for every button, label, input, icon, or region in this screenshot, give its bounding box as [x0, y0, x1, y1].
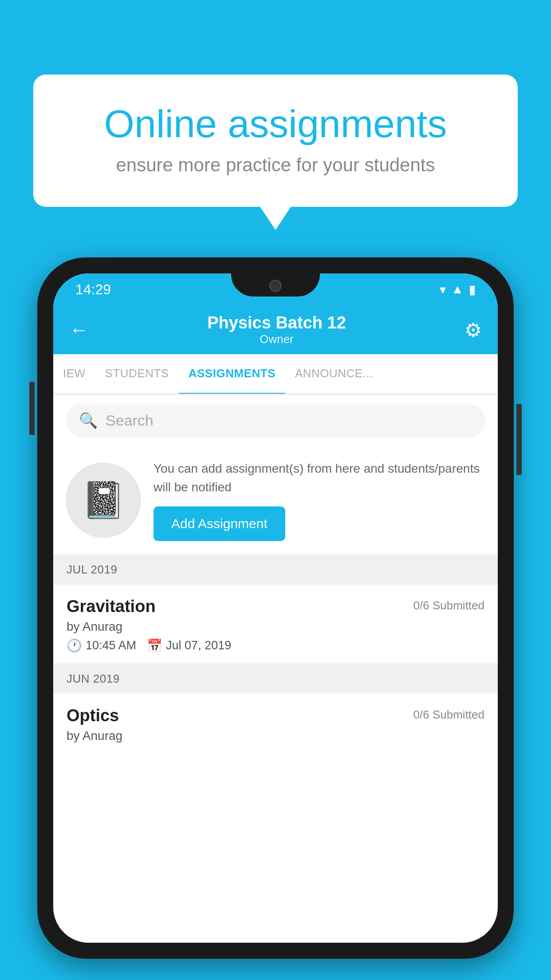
meta-date: 📅 Jul 07, 2019 — [147, 638, 231, 653]
tabs-bar: IEW STUDENTS ASSIGNMENTS ANNOUNCE... — [53, 354, 498, 395]
assignment-by: by Anurag — [67, 620, 484, 634]
assignment-gravitation[interactable]: Gravitation 0/6 Submitted by Anurag 🕐 10… — [53, 585, 498, 664]
signal-icon: ▲ — [451, 282, 464, 296]
section-jul-2019: JUL 2019 — [53, 555, 498, 585]
app-header: ← Physics Batch 12 Owner ⚙ — [53, 305, 498, 354]
phone-frame: 14:29 ▾ ▲ ▮ ← Physics Batch 12 Owner ⚙ I… — [37, 257, 514, 959]
tab-assignments[interactable]: ASSIGNMENTS — [179, 354, 285, 395]
search-input[interactable]: Search — [106, 412, 153, 429]
optics-by: by Anurag — [67, 729, 484, 743]
settings-button[interactable]: ⚙ — [464, 319, 482, 341]
tab-iew[interactable]: IEW — [53, 354, 95, 394]
tab-announcements[interactable]: ANNOUNCE... — [285, 354, 383, 394]
notch-camera — [269, 280, 282, 292]
phone-notch — [231, 273, 320, 296]
info-text-area: You can add assignment(s) from here and … — [153, 459, 485, 541]
assignment-name: Gravitation — [67, 597, 156, 616]
search-bar-container: 🔍 Search — [53, 395, 498, 446]
add-assignment-button[interactable]: Add Assignment — [153, 506, 285, 541]
optics-name: Optics — [67, 706, 119, 725]
meta-time: 🕐 10:45 AM — [67, 638, 136, 653]
batch-subtitle: Owner — [207, 332, 346, 346]
assignment-optics[interactable]: Optics 0/6 Submitted by Anurag — [53, 694, 498, 752]
info-card: 📓 You can add assignment(s) from here an… — [53, 446, 498, 555]
wifi-icon: ▾ — [440, 282, 446, 297]
assignment-meta: 🕐 10:45 AM 📅 Jul 07, 2019 — [67, 638, 484, 653]
clock-icon: 🕐 — [67, 638, 82, 653]
batch-title: Physics Batch 12 — [207, 313, 346, 332]
status-time: 14:29 — [75, 281, 111, 298]
bubble-title: Online assignments — [69, 101, 482, 146]
assignment-date: Jul 07, 2019 — [166, 639, 231, 652]
search-icon: 🔍 — [79, 411, 98, 429]
calendar-icon: 📅 — [147, 638, 162, 653]
search-input-wrap[interactable]: 🔍 Search — [66, 403, 485, 437]
tab-students[interactable]: STUDENTS — [95, 354, 179, 394]
phone-container: 14:29 ▾ ▲ ▮ ← Physics Batch 12 Owner ⚙ I… — [37, 257, 514, 959]
back-button[interactable]: ← — [69, 319, 89, 341]
notebook-icon: 📓 — [81, 479, 126, 521]
speech-bubble: Online assignments ensure more practice … — [33, 75, 518, 207]
assignment-submitted: 0/6 Submitted — [413, 599, 484, 612]
info-description: You can add assignment(s) from here and … — [153, 459, 485, 497]
assignment-time: 10:45 AM — [86, 639, 136, 652]
assignment-top-row: Gravitation 0/6 Submitted — [67, 597, 484, 616]
phone-screen: 14:29 ▾ ▲ ▮ ← Physics Batch 12 Owner ⚙ I… — [53, 273, 498, 943]
optics-submitted: 0/6 Submitted — [413, 708, 484, 722]
assignment-icon-circle: 📓 — [66, 462, 141, 538]
section-jun-2019: JUN 2019 — [53, 664, 498, 694]
bubble-subtitle: ensure more practice for your students — [69, 154, 482, 176]
header-title-area: Physics Batch 12 Owner — [207, 313, 346, 346]
status-icons: ▾ ▲ ▮ — [440, 282, 476, 297]
optics-top-row: Optics 0/6 Submitted — [67, 706, 484, 725]
battery-icon: ▮ — [469, 282, 476, 297]
